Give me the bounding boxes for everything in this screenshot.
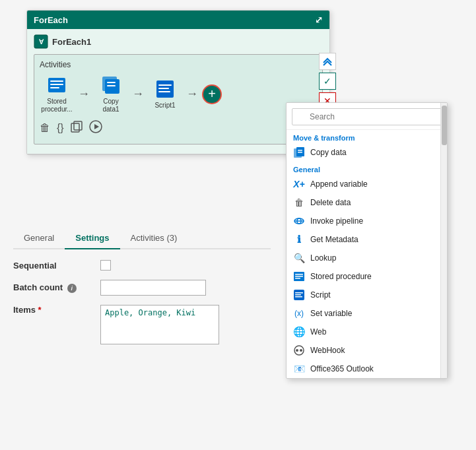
menu-item-web-label: Web — [310, 327, 326, 337]
web-icon: 🌐 — [293, 326, 305, 338]
activity-copy-data-label: Copydata1 — [102, 98, 119, 113]
menu-item-copy-data[interactable]: Copy data — [287, 143, 447, 162]
copy-data-icon — [293, 146, 305, 158]
arrow3: → — [186, 87, 198, 101]
svg-rect-31 — [295, 294, 301, 296]
menu-item-set-variable[interactable]: (x) Set variable — [287, 304, 447, 323]
set-variable-icon: (x) — [293, 307, 305, 319]
menu-item-stored-procedure[interactable]: Stored procedure — [287, 267, 447, 286]
menu-item-delete-data-label: Delete data — [310, 198, 351, 207]
svg-rect-13 — [158, 91, 170, 92]
right-panel-icons: ✓ ✕ — [319, 53, 336, 110]
menu-item-script[interactable]: Script — [287, 286, 447, 304]
svg-rect-30 — [295, 292, 303, 294]
search-box-wrap: 🔍 — [287, 103, 447, 130]
activities-toolbar: 🗑 {} — [40, 117, 317, 139]
check-icon: ✓ — [323, 76, 331, 86]
svg-rect-21 — [298, 152, 302, 153]
office365-icon: 📧 — [293, 363, 305, 375]
items-input[interactable]: Apple, Orange, Kiwi — [100, 305, 219, 344]
dropdown-scrollbar[interactable] — [440, 103, 447, 378]
script-icon — [293, 289, 305, 301]
sequential-row: Sequential — [13, 260, 271, 271]
run-toolbar-icon[interactable] — [89, 120, 102, 136]
get-metadata-icon: ℹ — [293, 234, 305, 245]
foreach-node-icon: ∀ — [34, 34, 48, 49]
menu-item-append-variable-label: Append variable — [310, 179, 368, 189]
menu-item-invoke-pipeline[interactable]: Invoke pipeline — [287, 212, 447, 230]
foreach-inner: ∀ ForEach1 Activities — [27, 29, 329, 154]
bottom-area: General Settings Activities (3) Sequenti… — [0, 228, 284, 354]
section-move-transform: Move & transform — [287, 130, 447, 143]
menu-item-copy-data-label: Copy data — [310, 148, 347, 157]
batch-count-input[interactable] — [100, 280, 206, 296]
activity-script[interactable]: Script1 — [148, 79, 182, 110]
activity-script-label: Script1 — [154, 102, 175, 110]
menu-item-web[interactable]: 🌐 Web — [287, 323, 447, 341]
arrow1: → — [78, 87, 90, 101]
navigate-icon-button[interactable] — [319, 53, 336, 70]
menu-item-webhook[interactable]: WebHook — [287, 341, 447, 360]
activity-dropdown-menu: 🔍 Move & transform Copy data General X+ … — [286, 102, 448, 379]
tab-settings[interactable]: Settings — [65, 228, 119, 249]
svg-rect-15 — [74, 121, 82, 130]
foreach-label: ForEach1 — [52, 37, 91, 47]
activities-box: Activities Storedprocedur... → — [34, 54, 323, 145]
sequential-checkbox[interactable] — [100, 260, 111, 271]
delete-toolbar-icon[interactable]: 🗑 — [40, 122, 50, 134]
svg-rect-9 — [107, 85, 116, 86]
svg-rect-4 — [50, 84, 63, 85]
scrollbar-thumb[interactable] — [442, 106, 447, 145]
braces-toolbar-icon[interactable]: {} — [57, 122, 64, 134]
copy-toolbar-icon[interactable] — [71, 121, 83, 135]
menu-item-get-metadata[interactable]: ℹ Get Metadata — [287, 230, 447, 249]
menu-item-lookup[interactable]: 🔍 Lookup — [287, 249, 447, 267]
section-general: General — [287, 162, 447, 175]
dropdown-scroll: Move & transform Copy data General X+ Ap… — [287, 130, 447, 378]
batch-count-info-icon[interactable]: i — [67, 284, 77, 293]
copy-data-activity-icon — [100, 75, 121, 96]
webhook-icon — [293, 344, 305, 356]
foreach-window: ForEach ⤢ ∀ ForEach1 Activities — [26, 10, 330, 155]
menu-item-invoke-pipeline-label: Invoke pipeline — [310, 216, 363, 226]
svg-rect-28 — [295, 278, 300, 279]
activity-stored-procedure[interactable]: Storedprocedur... — [40, 75, 74, 113]
search-input[interactable] — [292, 108, 442, 125]
svg-rect-5 — [50, 87, 59, 88]
append-variable-icon: X+ — [293, 178, 305, 190]
svg-rect-11 — [158, 84, 172, 86]
svg-rect-20 — [298, 150, 302, 151]
foreach-label-row: ∀ ForEach1 — [34, 34, 323, 49]
invoke-pipeline-icon — [293, 215, 305, 227]
tab-activities[interactable]: Activities (3) — [120, 228, 188, 249]
tabs-row: General Settings Activities (3) — [13, 228, 271, 249]
svg-marker-17 — [94, 124, 99, 129]
activities-flow: Storedprocedur... → Copydata1 — [40, 75, 317, 113]
expand-icon[interactable]: ⤢ — [315, 15, 323, 25]
svg-rect-12 — [158, 88, 169, 89]
batch-count-row: Batch count i — [13, 280, 271, 296]
activity-copy-data[interactable]: Copydata1 — [94, 75, 128, 113]
svg-rect-26 — [295, 274, 303, 275]
menu-item-append-variable[interactable]: X+ Append variable — [287, 175, 447, 193]
tab-general[interactable]: General — [13, 228, 65, 249]
activity-stored-procedure-label: Storedprocedur... — [41, 98, 72, 113]
items-row: Items Apple, Orange, Kiwi — [13, 305, 271, 344]
add-activity-button[interactable]: + — [202, 84, 222, 104]
menu-item-set-variable-label: Set variable — [310, 309, 352, 318]
menu-item-delete-data[interactable]: 🗑 Delete data — [287, 193, 447, 212]
svg-rect-8 — [107, 82, 116, 83]
stored-procedure-activity-icon — [46, 75, 67, 96]
svg-rect-32 — [295, 296, 302, 298]
menu-item-get-metadata-label: Get Metadata — [310, 235, 358, 244]
foreach-title: ForEach — [34, 15, 68, 25]
svg-text:∀: ∀ — [38, 38, 44, 46]
lookup-icon: 🔍 — [293, 252, 305, 264]
menu-item-office365-label: Office365 Outlook — [310, 364, 374, 373]
delete-data-icon: 🗑 — [293, 197, 305, 209]
activities-title: Activities — [40, 60, 317, 69]
check-icon-button[interactable]: ✓ — [319, 73, 336, 90]
menu-item-office365[interactable]: 📧 Office365 Outlook — [287, 360, 447, 378]
items-label: Items — [13, 305, 92, 315]
svg-point-34 — [296, 349, 298, 352]
